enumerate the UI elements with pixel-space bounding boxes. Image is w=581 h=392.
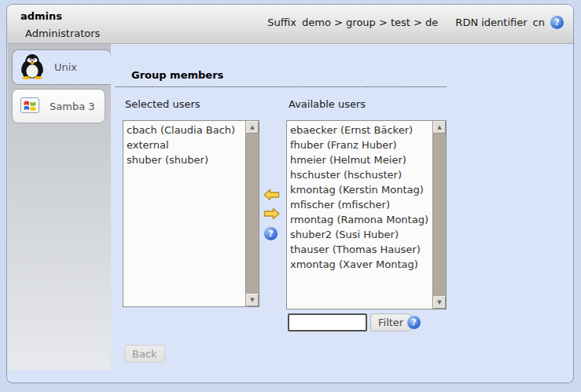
tab-samba3-label: Samba 3 [50,101,95,112]
list-item[interactable]: mfischer (mfischer) [290,197,432,212]
list-item[interactable]: thauser (Thomas Hauser) [290,242,432,257]
scroll-down-button[interactable]: ▼ [246,294,259,306]
list-item[interactable]: rmontag (Ramona Montag) [290,212,432,227]
rdn-value: cn [533,16,545,28]
back-button[interactable]: Back [124,345,165,363]
members-help[interactable]: ? [264,227,281,240]
rdn-help-icon[interactable]: ? [550,16,564,29]
selected-users-scrollbar[interactable]: ▲ ▼ [245,121,259,306]
available-users-listbox[interactable]: ebaecker (Ernst Bäcker)fhuber (Franz Hub… [286,120,447,310]
list-item[interactable]: hmeier (Helmut Meier) [290,152,432,167]
list-item[interactable]: hschuster (hschuster) [290,167,432,182]
suffix-value: demo > group > test > de [302,16,438,28]
list-item[interactable]: ebaecker (Ernst Bäcker) [290,123,432,137]
available-users-label: Available users [289,98,366,110]
tab-unix[interactable]: Unix [12,49,111,85]
list-item[interactable]: fhuber (Franz Huber) [290,137,432,152]
header-right: Suffix demo > group > test > de RDN iden… [267,16,564,29]
available-users-list: ebaecker (Ernst Bäcker)fhuber (Franz Hub… [287,121,432,309]
module-sidebar: Unix Samba 3 [8,44,111,370]
tux-icon [20,53,44,82]
rdn-label: RDN identifier [455,16,527,28]
help-icon[interactable]: ? [407,316,421,329]
header: admins Administrators Suffix demo > grou… [7,5,573,44]
remove-users-arrow-right-icon[interactable] [263,207,281,222]
help-icon[interactable]: ? [264,227,278,240]
selected-users-listbox[interactable]: cbach (Claudia Bach)externalshuber (shub… [123,120,259,307]
filter-button[interactable]: Filter [370,313,411,332]
tab-unix-label: Unix [54,61,77,73]
windows-icon [20,97,39,115]
selected-users-label: Selected users [125,98,200,110]
scroll-up-button[interactable]: ▲ [246,121,259,134]
list-item[interactable]: cbach (Claudia Bach) [127,123,245,137]
group-edit-window: admins Administrators Suffix demo > grou… [6,4,574,383]
list-item[interactable]: kmontag (Kerstin Montag) [290,182,432,197]
available-users-scrollbar[interactable]: ▲ ▼ [432,121,446,309]
scroll-down-icon: ▼ [437,299,441,306]
selected-users-list: cbach (Claudia Bach)externalshuber (shub… [123,121,245,306]
list-item[interactable]: xmontag (Xaver Montag) [290,257,432,272]
filter-input[interactable] [288,313,367,332]
add-users-arrow-left-icon[interactable] [263,189,281,203]
page-title: admins [20,10,62,22]
list-item[interactable]: shuber2 (Susi Huber) [290,227,432,242]
scroll-up-icon: ▲ [437,124,441,130]
filter-help[interactable]: ? [407,316,421,329]
scroll-up-button[interactable]: ▲ [433,121,446,134]
scroll-up-icon: ▲ [250,124,254,130]
suffix-label: Suffix [267,16,296,28]
tab-samba3[interactable]: Samba 3 [12,89,105,123]
list-item[interactable]: shuber (shuber) [127,152,245,167]
scroll-down-icon: ▼ [250,297,254,303]
section-title: Group members [116,69,447,87]
list-item[interactable]: external [127,137,245,152]
page-subtitle: Administrators [25,27,100,39]
scroll-down-button[interactable]: ▼ [433,296,446,309]
